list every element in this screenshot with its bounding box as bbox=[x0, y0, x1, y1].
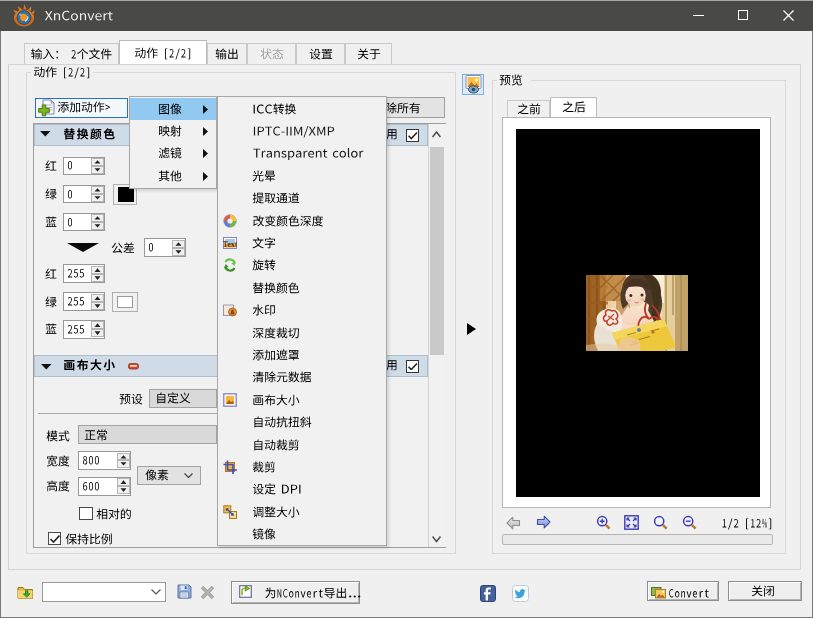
svg-text:Text: Text bbox=[223, 240, 237, 249]
